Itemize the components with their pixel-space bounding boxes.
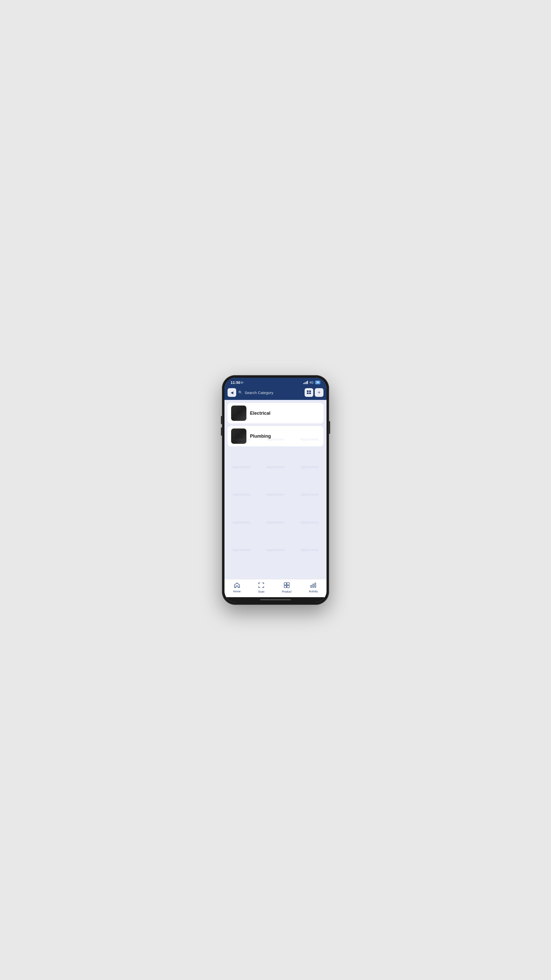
search-placeholder: Search Category (245, 390, 273, 395)
home-icon (234, 583, 240, 589)
activity-nav-label: Activity (309, 590, 318, 593)
location-icon: ▷ (241, 381, 243, 384)
svg-rect-3 (309, 393, 311, 394)
watermark-14: AppScreens (259, 536, 292, 564)
content-area: AppScreens AppScreens AppScreens AppScre… (224, 400, 327, 579)
list-view-icon (307, 390, 311, 395)
activity-icon (310, 583, 316, 589)
phone-screen: 11:50 ▷ 4G 36 ◀ 🔍 Search Catego (224, 378, 327, 602)
svg-rect-2 (307, 393, 309, 394)
home-indicator (224, 597, 327, 602)
bottom-nav: Home Scan (224, 579, 327, 597)
network-type: 4G (310, 381, 313, 384)
watermark-5: AppScreens (259, 453, 292, 480)
list-view-button[interactable] (305, 388, 313, 397)
electrical-thumbnail (231, 406, 246, 421)
svg-rect-0 (307, 390, 309, 392)
time-text: 11:50 (230, 380, 240, 385)
nav-home[interactable]: Home (229, 582, 245, 594)
nav-product[interactable]: Product (278, 581, 295, 594)
header-actions: + (305, 388, 324, 397)
product-nav-label: Product (282, 590, 292, 593)
electrical-label: Electrical (250, 410, 270, 416)
home-bar (260, 599, 291, 600)
signal-icon (303, 381, 308, 384)
svg-rect-1 (309, 390, 311, 392)
add-button[interactable]: + (315, 388, 324, 397)
watermark-9: AppScreens (292, 481, 327, 508)
plumbing-thumbnail (231, 428, 246, 444)
search-icon: 🔍 (238, 390, 243, 395)
home-nav-label: Home (233, 590, 241, 593)
back-arrow-icon: ◀ (230, 390, 233, 395)
watermark-8: AppScreens (259, 481, 292, 508)
plus-icon: + (318, 390, 321, 395)
watermark-12: AppScreens (292, 508, 327, 536)
vol-down-button (221, 428, 222, 436)
search-bar[interactable]: 🔍 Search Category (238, 390, 303, 395)
watermark-7: AppScreens (224, 481, 259, 508)
svg-rect-6 (284, 585, 286, 588)
watermark-15: AppScreens (292, 536, 327, 564)
status-bar: 11:50 ▷ 4G 36 (224, 378, 327, 386)
svg-rect-7 (287, 585, 289, 588)
watermark-6: AppScreens (292, 453, 327, 480)
battery-indicator: 36 (315, 380, 321, 384)
category-item-plumbing[interactable]: Plumbing (227, 426, 324, 446)
product-icon (284, 582, 289, 589)
status-icons: 4G 36 (303, 380, 321, 384)
svg-rect-8 (311, 585, 312, 587)
plumbing-label: Plumbing (250, 434, 271, 439)
nav-activity[interactable]: Activity (305, 582, 322, 594)
vol-up-button (221, 416, 222, 424)
watermark-13: AppScreens (224, 536, 259, 564)
svg-rect-4 (284, 583, 286, 585)
back-button[interactable]: ◀ (227, 388, 236, 397)
watermark-4: AppScreens (224, 453, 259, 480)
svg-rect-10 (315, 583, 316, 587)
svg-rect-9 (313, 584, 314, 587)
status-time: 11:50 ▷ (230, 380, 243, 385)
scan-nav-label: Scan (258, 590, 265, 593)
power-button (329, 421, 330, 434)
watermark-10: AppScreens (224, 508, 259, 536)
category-item-electrical[interactable]: Electrical (227, 403, 324, 423)
nav-scan[interactable]: Scan (254, 581, 268, 594)
watermark-11: AppScreens (259, 508, 292, 536)
svg-rect-5 (287, 583, 289, 585)
app-header: ◀ 🔍 Search Category (224, 386, 327, 400)
scan-icon (259, 582, 264, 589)
phone-frame: 11:50 ▷ 4G 36 ◀ 🔍 Search Catego (222, 375, 329, 605)
